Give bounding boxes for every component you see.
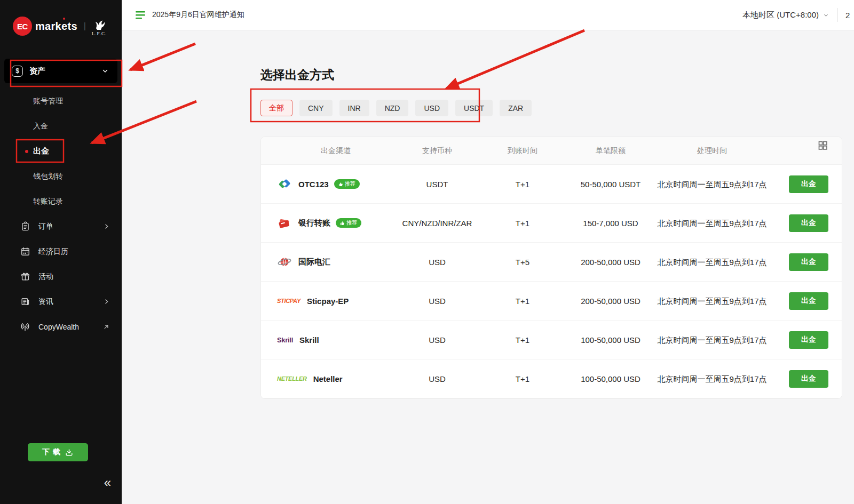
action-cell: 出金 bbox=[768, 331, 842, 349]
otc123-logo-icon bbox=[277, 177, 292, 191]
currency-filter-pill[interactable]: CNY bbox=[299, 100, 333, 116]
limit-cell: 200-50,000 USD bbox=[565, 297, 656, 306]
sidebar-item-orders[interactable]: 订单 bbox=[0, 214, 122, 239]
channel-cell: STICPAY Sticpay-EP bbox=[261, 297, 394, 306]
table-row: Skrill Skrill USD T+1 100-50,000 USD 北京时… bbox=[261, 321, 842, 359]
submenu-item[interactable]: 出金 bbox=[0, 139, 122, 164]
submenu-item[interactable]: 转账记录 bbox=[0, 189, 122, 214]
channel-text-logo: NETELLER bbox=[277, 375, 307, 382]
arrival-time-cell: T+5 bbox=[480, 258, 565, 267]
action-cell: 出金 bbox=[768, 292, 842, 310]
processing-time-cell: 北京时间周一至周五9点到17点 bbox=[656, 373, 768, 385]
currencies-cell: USD bbox=[394, 258, 480, 267]
action-cell: 出金 bbox=[768, 253, 842, 271]
channel-cell: 国际电汇 bbox=[261, 255, 394, 269]
grid-view-icon[interactable] bbox=[817, 140, 828, 151]
submenu-item[interactable]: 账号管理 bbox=[0, 89, 122, 114]
currencies-cell: CNY/NZD/INR/ZAR bbox=[394, 219, 480, 228]
table-row: OTC123 推荐 USDT T+1 50-50,000 USDT 北京时间周一… bbox=[261, 165, 842, 204]
maintenance-notice[interactable]: 2025年9月6日官网维护通知 bbox=[136, 10, 244, 20]
sidebar-item-economic-calendar[interactable]: 经济日历 bbox=[0, 239, 122, 264]
currency-filter-pill[interactable]: NZD bbox=[376, 100, 409, 116]
withdraw-button[interactable]: 出金 bbox=[789, 331, 828, 349]
chevron-right-icon bbox=[103, 223, 110, 230]
bank-transfer-logo-icon bbox=[277, 216, 292, 230]
timezone-selector[interactable]: 本地时区 (UTC+8:00) bbox=[742, 10, 829, 20]
limit-cell: 150-7,000 USD bbox=[565, 219, 656, 228]
channel-name: 银行转账 bbox=[298, 218, 330, 228]
download-button[interactable]: 下载 bbox=[28, 443, 88, 461]
broadcast-icon bbox=[19, 322, 31, 332]
column-header: 单笔限额 bbox=[565, 146, 656, 156]
sidebar-item-activities[interactable]: 活动 bbox=[0, 264, 122, 289]
chevron-down-icon bbox=[101, 67, 109, 75]
action-cell: 出金 bbox=[768, 370, 842, 388]
channel-text-logo: Skrill bbox=[277, 336, 293, 344]
withdraw-button[interactable]: 出金 bbox=[789, 292, 828, 310]
channel-cell: NETELLER Neteller bbox=[261, 374, 394, 383]
sidebar-item-assets[interactable]: $ 资产 bbox=[4, 59, 117, 83]
submenu-item[interactable]: 入金 bbox=[0, 114, 122, 139]
submenu-item-label: 钱包划转 bbox=[33, 172, 63, 181]
topbar-divider bbox=[837, 8, 838, 22]
arrival-time-cell: T+1 bbox=[480, 335, 565, 345]
limit-cell: 50-50,000 USDT bbox=[565, 180, 656, 189]
ec-logo-icon: EC bbox=[13, 17, 32, 36]
submenu-item[interactable]: 钱包划转 bbox=[0, 164, 122, 189]
channel-name: Skrill bbox=[299, 335, 319, 345]
logo-divider: | bbox=[84, 21, 86, 31]
withdraw-button[interactable]: 出金 bbox=[789, 370, 828, 388]
channel-text-logo: STICPAY bbox=[277, 298, 301, 304]
calendar-icon bbox=[19, 246, 31, 257]
currency-filter-pill[interactable]: USD bbox=[415, 100, 448, 116]
sidebar-item-label: 活动 bbox=[38, 272, 53, 282]
lfc-logo: L.F.C. bbox=[91, 17, 107, 36]
currencies-cell: USDT bbox=[394, 180, 480, 189]
sidebar-item-news[interactable]: 资讯 bbox=[0, 289, 122, 314]
withdraw-button[interactable]: 出金 bbox=[789, 214, 828, 232]
currency-filter-pill[interactable]: USDT bbox=[455, 100, 493, 116]
timezone-label: 本地时区 (UTC+8:00) bbox=[742, 10, 819, 20]
channel-cell: OTC123 推荐 bbox=[261, 177, 394, 191]
wire-transfer-logo-icon bbox=[277, 255, 292, 269]
submenu-item-label: 账号管理 bbox=[33, 97, 63, 106]
clipboard-icon bbox=[19, 221, 31, 231]
badge-label: 推荐 bbox=[345, 180, 355, 188]
active-dot bbox=[25, 150, 28, 153]
sidebar-item-label: 订单 bbox=[38, 222, 53, 231]
download-icon bbox=[65, 448, 74, 457]
dollar-icon: $ bbox=[12, 66, 23, 77]
topbar: 2025年9月6日官网维护通知 本地时区 (UTC+8:00) 2 bbox=[122, 0, 854, 30]
table-row: 国际电汇 USD T+5 200-50,000 USD 北京时间周一至周五9点到… bbox=[261, 243, 842, 282]
processing-time-cell: 北京时间周一至周五9点到17点 bbox=[656, 217, 768, 229]
thumbs-up-icon bbox=[340, 221, 345, 226]
currency-filter-pill[interactable]: 全部 bbox=[260, 100, 292, 116]
recommended-badge: 推荐 bbox=[336, 218, 361, 228]
sidebar: EC markets | L.F.C. $ 资产 账号管理 bbox=[0, 0, 122, 504]
table-row: STICPAY Sticpay-EP USD T+1 200-50,000 US… bbox=[261, 282, 842, 321]
announcement-lines-icon bbox=[136, 11, 146, 19]
badge-label: 推荐 bbox=[346, 219, 357, 227]
table-row: 银行转账 推荐 CNY/NZD/INR/ZAR T+1 150-7,000 US… bbox=[261, 204, 842, 243]
sidebar-item-copywealth[interactable]: CopyWealth bbox=[0, 314, 122, 339]
withdraw-button[interactable]: 出金 bbox=[789, 253, 828, 271]
clock-text-clipped: 2 bbox=[845, 11, 854, 20]
sidebar-menu: $ 资产 账号管理 入金 出金 bbox=[0, 42, 122, 339]
processing-time-cell: 北京时间周一至周五9点到17点 bbox=[656, 334, 768, 346]
sidebar-item-label: 经济日历 bbox=[38, 247, 68, 257]
channel-name: OTC123 bbox=[298, 180, 329, 189]
chevron-right-icon bbox=[103, 298, 110, 305]
arrival-time-cell: T+1 bbox=[480, 219, 565, 228]
recommended-badge: 推荐 bbox=[334, 179, 360, 189]
column-header: 处理时间 bbox=[656, 146, 768, 156]
processing-time-cell: 北京时间周一至周五9点到17点 bbox=[656, 295, 768, 307]
brand-wordmark: markets bbox=[35, 20, 77, 33]
channel-name: Sticpay-EP bbox=[307, 297, 349, 306]
table-header-row: 出金渠道 支持币种 到账时间 单笔限额 处理时间 bbox=[261, 137, 842, 165]
withdraw-button[interactable]: 出金 bbox=[789, 175, 828, 193]
currency-filter-pill[interactable]: INR bbox=[339, 100, 369, 116]
collapse-sidebar-icon[interactable]: « bbox=[104, 476, 111, 489]
currency-filter-pill[interactable]: ZAR bbox=[500, 100, 532, 116]
column-header: 支持币种 bbox=[394, 146, 480, 156]
liverbird-icon bbox=[91, 17, 107, 30]
